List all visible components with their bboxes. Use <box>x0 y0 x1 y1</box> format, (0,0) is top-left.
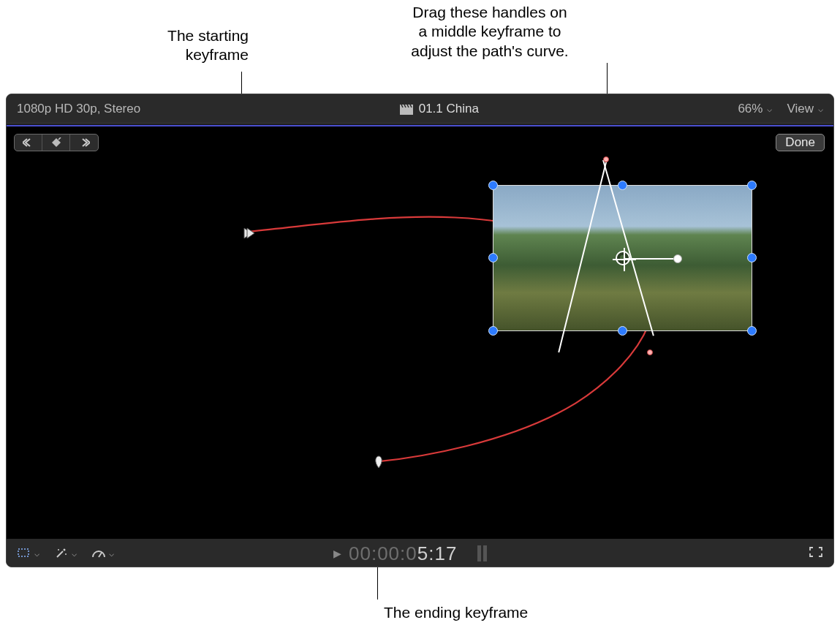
next-keyframe-button[interactable] <box>70 135 98 151</box>
enhance-tool-popup[interactable]: ⌵ <box>54 547 77 560</box>
callout-text: Drag these handles on a middle keyframe … <box>411 4 568 59</box>
fullscreen-button[interactable] <box>809 546 823 561</box>
zoom-value: 66% <box>738 102 763 116</box>
timecode-dim: 00:00:0 <box>349 542 417 564</box>
keyframe-nav-group <box>14 134 99 151</box>
callout-starting-keyframe: The starting keyframe <box>117 26 249 65</box>
viewer-canvas[interactable]: Done <box>7 125 833 539</box>
done-button[interactable]: Done <box>776 134 825 151</box>
view-label: View <box>787 102 814 116</box>
chevron-down-icon: ⌵ <box>818 104 823 114</box>
svg-rect-3 <box>18 549 29 556</box>
bezier-handle-line-right[interactable] <box>624 258 676 260</box>
clapperboard-icon <box>400 104 413 114</box>
transform-bounding-box[interactable] <box>493 185 752 331</box>
crop-tool-popup[interactable]: ⌵ <box>17 548 39 559</box>
zoom-popup[interactable]: 66% ⌵ <box>738 102 772 116</box>
viewer-window: 1080p HD 30p, Stereo 01.1 China 66% ⌵ Vi… <box>6 94 834 567</box>
resize-handle-tm[interactable] <box>618 181 627 190</box>
resize-handle-ml[interactable] <box>488 253 498 262</box>
resize-handle-br[interactable] <box>747 326 757 336</box>
chevron-down-icon: ⌵ <box>34 548 39 559</box>
bezier-handle-end-right[interactable] <box>673 254 682 263</box>
clip-name-text: 01.1 China <box>419 102 479 116</box>
chevron-down-icon: ⌵ <box>109 548 114 559</box>
resize-handle-mr[interactable] <box>747 253 757 262</box>
resize-handle-bm[interactable] <box>618 326 627 336</box>
resize-handle-bl[interactable] <box>488 326 498 336</box>
format-label: 1080p HD 30p, Stereo <box>17 102 140 116</box>
svg-point-4 <box>64 549 66 551</box>
callout-text: The starting keyframe <box>167 27 249 63</box>
callout-curve-handles: Drag these handles on a middle keyframe … <box>366 3 614 61</box>
chevron-down-icon: ⌵ <box>72 548 77 559</box>
viewer-footer: ⌵ ⌵ ⌵ ▶ 00:00:05:17 <box>7 539 833 567</box>
play-icon: ▶ <box>333 548 341 559</box>
resize-handle-tl[interactable] <box>488 181 498 190</box>
bezier-handle-end-bottom[interactable] <box>647 349 653 355</box>
callout-ending-keyframe: The ending keyframe <box>384 604 528 621</box>
view-popup[interactable]: View ⌵ <box>787 102 823 116</box>
svg-line-7 <box>99 553 102 557</box>
prev-keyframe-button[interactable] <box>15 135 42 151</box>
timecode-display[interactable]: ▶ 00:00:05:17 <box>333 542 487 565</box>
resize-handle-tr[interactable] <box>747 181 757 190</box>
svg-line-2 <box>58 137 61 140</box>
svg-point-6 <box>65 553 67 555</box>
frame-step-indicator <box>477 545 487 561</box>
svg-rect-0 <box>400 107 413 115</box>
viewer-titlebar: 1080p HD 30p, Stereo 01.1 China 66% ⌵ Vi… <box>7 94 833 124</box>
add-keyframe-button[interactable] <box>42 135 70 151</box>
timecode-bright: 5:17 <box>417 542 458 564</box>
svg-point-5 <box>58 549 59 551</box>
bezier-handle-end-top[interactable] <box>603 156 609 162</box>
clip-title: 01.1 China <box>400 102 479 116</box>
callout-text: The ending keyframe <box>384 604 528 621</box>
chevron-down-icon: ⌵ <box>767 104 772 114</box>
retime-tool-popup[interactable]: ⌵ <box>91 547 114 560</box>
